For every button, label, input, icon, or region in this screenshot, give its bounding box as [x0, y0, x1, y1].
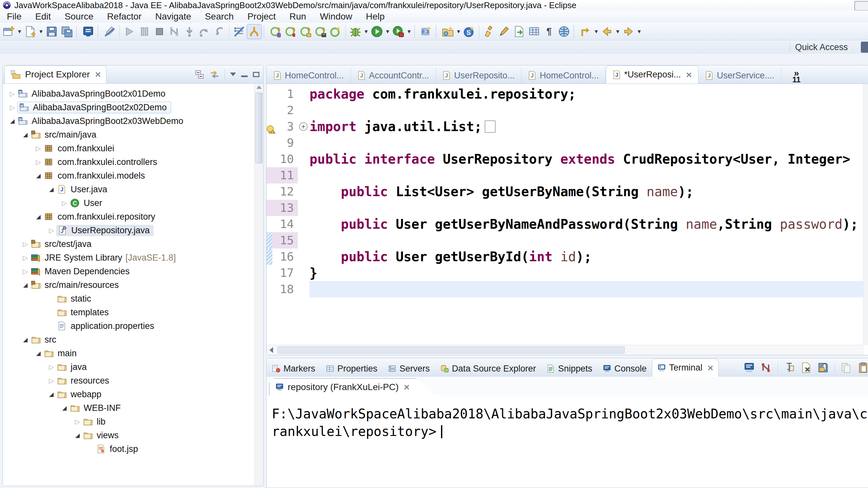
expand-arrow-icon[interactable]: ▷ [7, 103, 17, 111]
pin-terminal-icon[interactable] [784, 362, 795, 373]
tab-overflow-button[interactable]: » 11 [789, 68, 804, 84]
show-whitespace-icon[interactable]: ¶ [541, 24, 557, 39]
tree-item-webapp[interactable]: ◢ webapp [3, 388, 254, 401]
editor-vertical-scrollbar[interactable] [863, 84, 868, 345]
maximize-icon[interactable] [253, 72, 259, 77]
back-dropdown-icon[interactable]: ▾ [615, 28, 621, 35]
folded-region-box[interactable] [485, 120, 496, 133]
perspective-icon[interactable] [861, 42, 868, 53]
expand-arrow-icon[interactable]: ▷ [33, 158, 43, 166]
skip-breakpoints-icon[interactable] [232, 24, 247, 39]
collapse-arrow-icon[interactable]: ◢ [72, 432, 82, 439]
expand-arrow-icon[interactable]: ▷ [7, 90, 17, 98]
tab-userservice[interactable]: J UserService.... [699, 67, 781, 84]
new-wizard-dropdown-icon[interactable]: ▾ [16, 28, 23, 35]
tree-item-project2[interactable]: ▷ MAlibabaJavaSpringBoot2x02Demo [3, 100, 254, 114]
collapse-arrow-icon[interactable]: ◢ [21, 282, 30, 289]
collapse-arrow-icon[interactable]: ◢ [46, 391, 56, 398]
tree-item-src-main-java[interactable]: ◢ src/main/java [3, 128, 254, 141]
tree-item-jre-library[interactable]: ▷ JRE System Library[JavaSE-1.8] [3, 251, 254, 264]
new-web-service-icon[interactable] [440, 24, 455, 39]
run-dropdown-icon[interactable]: ▾ [384, 28, 391, 35]
collapse-arrow-icon[interactable]: ◢ [33, 213, 43, 220]
menu-search[interactable]: Search [198, 11, 241, 22]
open-web-browser-icon[interactable] [557, 24, 571, 39]
tree-item-src[interactable]: ◢ src [3, 333, 254, 347]
collapse-arrow-icon[interactable]: ◢ [46, 186, 56, 193]
tree-item-views[interactable]: ◢ views [3, 428, 254, 442]
tab-homecontroller-2[interactable]: J HomeControl... [521, 67, 606, 84]
new-spring-starter-icon[interactable] [328, 24, 343, 39]
close-icon[interactable]: × [686, 70, 692, 80]
terminal-session-tab[interactable]: repository (FrankXuLei-PC) × [269, 378, 435, 396]
tab-accountcontroller[interactable]: J AccountContr... [351, 67, 436, 84]
expand-arrow-icon[interactable]: ▷ [72, 418, 82, 426]
clear-terminal-icon[interactable] [801, 362, 812, 373]
menu-window[interactable]: Window [313, 11, 359, 22]
editor-horizontal-scrollbar[interactable] [267, 345, 863, 355]
tree-item-package-repository[interactable]: ◢ com.frankxulei.repository [3, 210, 254, 224]
mark-occurrences-icon[interactable] [102, 24, 117, 39]
javadoc-pencil-icon[interactable] [497, 24, 512, 39]
paste-icon[interactable] [858, 362, 868, 373]
tab-console[interactable]: Console [597, 360, 652, 377]
collapse-arrow-icon[interactable]: ◢ [33, 172, 43, 179]
minimize-icon[interactable] [241, 75, 248, 77]
tree-item-maven-dependencies[interactable]: ▷ Maven Dependencies [3, 264, 254, 278]
new-ee-component-icon[interactable]: E3 [419, 24, 434, 39]
tree-item-package-models[interactable]: ◢ com.frankxulei.models [3, 169, 254, 183]
tab-homecontroller-1[interactable]: J HomeControl... [267, 67, 351, 84]
last-edit-location-icon[interactable] [578, 24, 593, 39]
tree-item-user-class[interactable]: ▷ C User [3, 196, 254, 210]
run-icon[interactable] [369, 24, 384, 39]
last-edit-dropdown-icon[interactable]: ▾ [593, 28, 599, 35]
resume-icon[interactable] [122, 24, 137, 39]
tab-userrepository-1[interactable]: J UserReposito... [436, 67, 521, 84]
link-with-editor-icon[interactable] [210, 70, 219, 79]
tree-item-application-properties[interactable]: application.properties [3, 319, 254, 333]
tree-item-package-controllers[interactable]: ▷ com.frankxulei.controllers [3, 155, 254, 169]
menu-source[interactable]: Source [58, 11, 100, 22]
tree-item-package-frankxulei[interactable]: ▷ com.frankxulei [3, 141, 254, 155]
new-web-service-dropdown-icon[interactable]: ▾ [455, 28, 462, 35]
menu-file[interactable]: File [0, 11, 28, 22]
fold-expand-icon[interactable]: + [299, 122, 308, 131]
tree-item-java[interactable]: ▷ java [3, 360, 254, 374]
new-file-icon[interactable] [23, 24, 38, 39]
collapse-arrow-icon[interactable]: ◢ [60, 404, 69, 412]
close-icon[interactable]: × [708, 363, 713, 373]
tree-item-src-main-resources[interactable]: ◢ src/main/resources [3, 278, 254, 292]
tab-properties[interactable]: Properties [320, 360, 383, 377]
tab-project-explorer[interactable]: Project Explorer × [5, 65, 106, 83]
expand-arrow-icon[interactable]: ▷ [60, 199, 69, 207]
table-view-icon[interactable] [527, 24, 541, 39]
expand-arrow-icon[interactable]: ▷ [33, 144, 43, 152]
tree-item-templates[interactable]: templates [3, 305, 254, 319]
terminate-icon[interactable] [152, 24, 167, 39]
scroll-lock-icon[interactable] [817, 362, 829, 373]
new-spring-project-icon[interactable]: S [462, 24, 477, 39]
tree-scrollbar[interactable] [254, 84, 263, 486]
collapse-all-icon[interactable] [195, 70, 205, 79]
collapse-arrow-icon[interactable]: ◢ [33, 350, 43, 357]
tree-item-resources[interactable]: ▷ resources [3, 374, 254, 388]
debug-icon[interactable] [348, 24, 363, 39]
tab-servers[interactable]: Servers [383, 360, 435, 377]
save-all-icon[interactable] [59, 24, 74, 39]
suspend-icon[interactable] [137, 24, 152, 39]
tab-data-source-explorer[interactable]: Data Source Explorer [435, 360, 541, 377]
expand-arrow-icon[interactable]: ▷ [46, 377, 56, 385]
forward-dropdown-icon[interactable]: ▾ [636, 28, 643, 35]
profile-dropdown-icon[interactable]: ▾ [406, 28, 412, 35]
view-menu-icon[interactable] [230, 72, 236, 76]
tree-item-src-test-java[interactable]: ▷ src/test/java [3, 237, 254, 251]
expand-arrow-icon[interactable]: ▷ [21, 254, 30, 262]
scrollbar-up-icon[interactable] [256, 86, 262, 89]
tree-item-main[interactable]: ◢ main [3, 347, 254, 360]
profile-icon[interactable] [391, 24, 406, 39]
new-file-dropdown-icon[interactable]: ▾ [38, 28, 44, 35]
menu-navigate[interactable]: Navigate [148, 11, 198, 22]
tab-snippets[interactable]: Snippets [541, 360, 597, 377]
save-icon[interactable] [44, 24, 59, 39]
open-element-icon[interactable] [81, 24, 96, 39]
